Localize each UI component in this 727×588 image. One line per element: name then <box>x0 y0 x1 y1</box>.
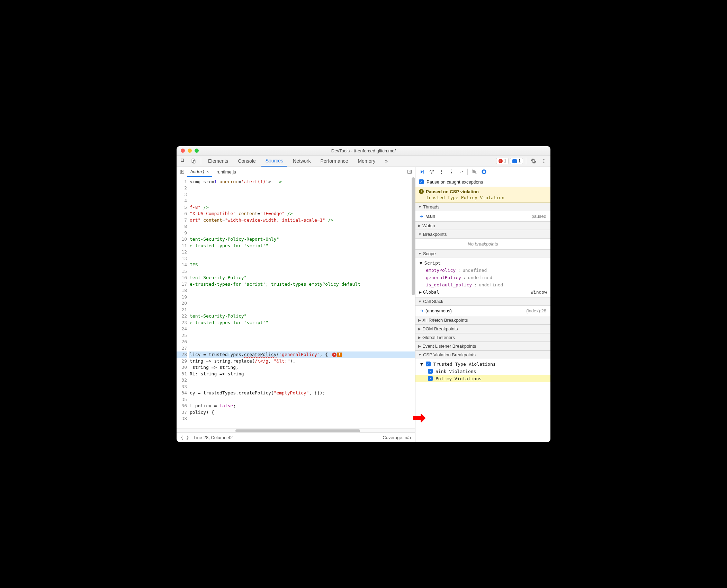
vertical-scrollbar[interactable] <box>412 177 415 295</box>
svg-point-5 <box>544 162 545 163</box>
error-count-badge[interactable]: ×1 <box>496 158 509 164</box>
devtools-tabs: Elements Console Sources Network Perform… <box>177 156 550 167</box>
file-tab-index[interactable]: (index) × <box>187 167 212 177</box>
tab-elements[interactable]: Elements <box>204 155 232 167</box>
deactivate-breakpoints-button[interactable] <box>470 167 479 176</box>
tab-console[interactable]: Console <box>234 155 260 167</box>
csp-trusted-type[interactable]: ▼✓Trusted Type Violations <box>415 360 550 368</box>
resume-button[interactable] <box>418 167 427 176</box>
breakpoints-empty: No breakpoints <box>415 239 550 249</box>
debugger-sidebar: ✓ Pause on caught exceptions iPaused on … <box>415 167 550 442</box>
xhr-breakpoints-header[interactable]: ▶XHR/fetch Breakpoints <box>415 316 550 324</box>
close-icon[interactable]: × <box>206 169 209 174</box>
scope-var[interactable]: generalPolicy: undefined <box>415 274 550 281</box>
devtools-window: DevTools - tt-enforced.glitch.me/ Elemen… <box>177 146 550 442</box>
breakpoints-header[interactable]: ▼Breakpoints <box>415 230 550 239</box>
titlebar: DevTools - tt-enforced.glitch.me/ <box>177 146 550 156</box>
scope-var[interactable]: emptyPolicy: undefined <box>415 267 550 274</box>
svg-point-3 <box>544 159 545 160</box>
inspect-element-icon[interactable] <box>179 157 188 166</box>
close-window-button[interactable] <box>181 149 185 153</box>
scope-header[interactable]: ▼Scope <box>415 249 550 258</box>
device-toolbar-icon[interactable] <box>189 157 198 166</box>
csp-policy-violations[interactable]: ✓Policy Violations <box>415 375 550 382</box>
svg-rect-17 <box>483 171 484 173</box>
message-count-badge[interactable]: 1 <box>510 158 523 164</box>
tab-sources[interactable]: Sources <box>261 155 287 167</box>
svg-point-11 <box>431 173 432 173</box>
dom-breakpoints-header[interactable]: ▶DOM Breakpoints <box>415 324 550 333</box>
svg-point-14 <box>462 171 463 172</box>
step-into-button[interactable] <box>437 167 446 176</box>
navigator-toggle-icon[interactable] <box>178 168 186 176</box>
thread-main[interactable]: ➔Main paused <box>415 213 550 220</box>
threads-header[interactable]: ▼Threads <box>415 203 550 211</box>
scope-var[interactable]: is_default_policy: undefined <box>415 281 550 288</box>
tab-network[interactable]: Network <box>289 155 315 167</box>
coverage-status: Coverage: n/a <box>383 435 411 440</box>
watch-header[interactable]: ▶Watch <box>415 221 550 230</box>
step-button[interactable] <box>456 167 465 176</box>
pretty-print-icon[interactable]: { } <box>181 435 189 440</box>
file-tabs: (index) × runtime.js <box>177 167 415 177</box>
info-icon: i <box>419 189 424 194</box>
callstack-frame[interactable]: ➔(anonymous) (index):28 <box>415 307 550 314</box>
step-over-button[interactable] <box>427 167 436 176</box>
line-gutter: 1234567891011121314151617181920212223242… <box>177 177 189 428</box>
minimize-window-button[interactable] <box>188 149 192 153</box>
callstack-header[interactable]: ▼Call Stack <box>415 297 550 306</box>
paused-banner: iPaused on CSP violation Trusted Type Po… <box>415 187 550 203</box>
file-tab-runtime[interactable]: runtime.js <box>213 167 239 177</box>
svg-point-4 <box>544 161 545 162</box>
step-out-button[interactable] <box>447 167 456 176</box>
debugger-toolbar <box>415 167 550 177</box>
window-controls <box>181 149 199 153</box>
zoom-window-button[interactable] <box>195 149 199 153</box>
csp-sink-violations[interactable]: ✓Sink Violations <box>415 368 550 375</box>
csp-breakpoints-header[interactable]: ▼CSP Violation Breakpoints <box>415 350 550 359</box>
svg-rect-10 <box>423 170 423 174</box>
cursor-position: Line 28, Column 42 <box>194 435 233 440</box>
svg-point-13 <box>451 169 452 170</box>
tab-memory[interactable]: Memory <box>354 155 380 167</box>
svg-rect-18 <box>484 171 485 173</box>
code-editor[interactable]: 1234567891011121314151617181920212223242… <box>177 177 415 428</box>
horizontal-scrollbar[interactable] <box>177 428 415 433</box>
window-title: DevTools - tt-enforced.glitch.me/ <box>177 148 550 153</box>
checkbox-checked-icon[interactable]: ✓ <box>419 179 424 184</box>
svg-point-16 <box>482 169 486 174</box>
svg-rect-2 <box>193 160 195 163</box>
scope-global[interactable]: ▶GlobalWindow <box>415 288 550 296</box>
pause-caught-exceptions-row[interactable]: ✓ Pause on caught exceptions <box>415 177 550 187</box>
tab-performance[interactable]: Performance <box>316 155 352 167</box>
tab-more[interactable]: » <box>381 155 392 167</box>
svg-rect-8 <box>408 170 412 173</box>
svg-rect-0 <box>181 159 183 161</box>
kebab-menu-icon[interactable] <box>539 157 548 166</box>
pause-exceptions-button[interactable] <box>479 167 488 176</box>
settings-icon[interactable] <box>529 157 538 166</box>
event-listener-breakpoints-header[interactable]: ▶Event Listener Breakpoints <box>415 342 550 350</box>
sources-editor: (index) × runtime.js 1234567891011121314… <box>177 167 415 442</box>
global-listeners-header[interactable]: ▶Global Listeners <box>415 333 550 342</box>
more-tabs-icon[interactable] <box>405 168 414 176</box>
svg-rect-6 <box>180 170 184 173</box>
svg-point-12 <box>441 173 442 174</box>
scope-script[interactable]: ▼Script <box>415 259 550 267</box>
code-area[interactable]: <img src=1 onerror='alert(1)'> --> f-8" … <box>189 177 415 428</box>
editor-status-bar: { } Line 28, Column 42 Coverage: n/a <box>177 433 415 442</box>
